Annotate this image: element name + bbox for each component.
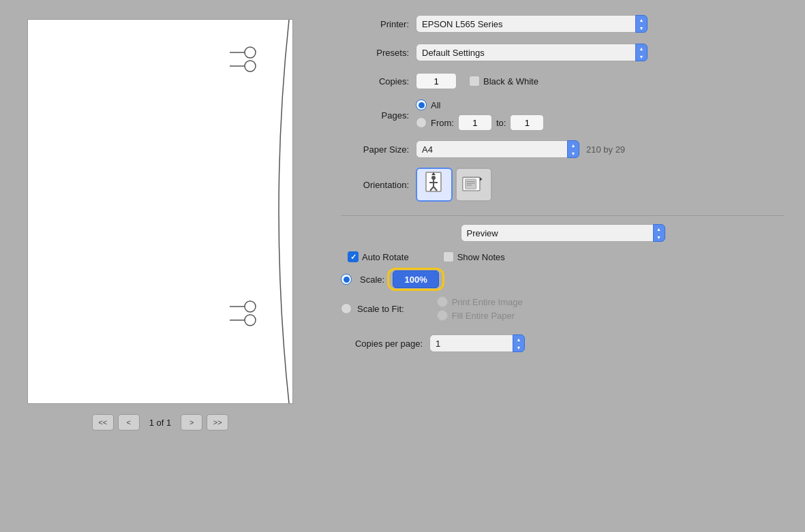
bw-checkbox[interactable] [469,76,480,87]
orientation-row: Orientation: [341,168,785,202]
left-panel: << < 1 of 1 > >> [0,0,320,532]
presets-stepper[interactable]: ▲ ▼ [635,44,648,61]
copies-per-page-row: Copies per page: 1 ▲ ▼ [341,334,785,352]
app-dropdown-wrapper: Preview ▲ ▼ [461,224,665,242]
scale-to-fit-radio[interactable] [341,303,352,314]
pages-from-label: From: [431,118,454,128]
page-preview [27,19,293,404]
svg-point-0 [245,47,256,58]
fill-paper-label: Fill Entire Paper [452,311,515,321]
pages-range-radio[interactable] [416,117,427,128]
printer-stepper-up[interactable]: ▲ [636,16,647,24]
copies-per-page-stepper[interactable]: ▲ ▼ [513,334,525,352]
app-dropdown-stepper[interactable]: ▲ ▼ [653,224,665,242]
pages-label: Pages: [341,110,416,121]
fill-paper-radio[interactable] [437,310,448,321]
orientation-group [416,168,492,202]
next-page-button[interactable]: > [181,414,202,431]
paper-size-stepper-down[interactable]: ▼ [568,149,579,157]
prev-page-button[interactable]: < [118,414,140,431]
copies-row: Copies: Black & White [341,71,785,91]
pages-to-input[interactable] [510,114,544,131]
paper-size-stepper-up[interactable]: ▲ [568,141,579,149]
bw-checkbox-label[interactable]: Black & White [469,76,538,87]
paper-size-select-wrapper: A4 ▲ ▼ [416,140,579,158]
pages-control: All From: to: [416,99,785,131]
scale-input-wrapper [393,270,439,288]
svg-point-4 [245,301,256,312]
printer-select[interactable]: EPSON L565 Series [416,15,635,33]
pages-row: Pages: All From: to: [341,99,785,131]
page-indicator: 1 of 1 [144,418,177,428]
presets-select[interactable]: Default Settings [416,44,635,61]
bw-label: Black & White [483,76,538,87]
paper-size-dimensions: 210 by 29 [586,144,625,155]
app-dropdown-stepper-down[interactable]: ▼ [654,233,665,241]
paper-size-select[interactable]: A4 [416,140,567,158]
printer-stepper[interactable]: ▲ ▼ [635,15,648,33]
right-bracket [262,20,292,403]
pages-all-option[interactable]: All [416,99,544,110]
printer-label: Printer: [341,19,416,29]
copies-control: Black & White [416,73,785,89]
auto-rotate-checkbox[interactable]: ✓ [348,251,359,262]
options-row1: ✓ Auto Rotate Show Notes [341,251,785,262]
first-page-button[interactable]: << [92,414,114,431]
nav-controls: << < 1 of 1 > >> [92,414,229,431]
presets-stepper-up[interactable]: ▲ [636,44,647,52]
auto-rotate-text: Auto Rotate [362,252,409,262]
scale-to-fit-label: Scale to Fit: [357,304,404,314]
corner-mark-top-right [230,40,264,81]
auto-rotate-label[interactable]: ✓ Auto Rotate [348,251,409,262]
print-entire-option[interactable]: Print Entire Image [437,296,523,307]
scale-to-fit-row: Scale to Fit: Print Entire Image Fill En… [341,296,785,321]
portrait-icon [423,172,446,198]
landscape-button[interactable] [455,168,492,202]
presets-row: Presets: Default Settings ▲ ▼ [341,42,785,63]
copies-per-page-stepper-up[interactable]: ▲ [513,335,524,343]
show-notes-label[interactable]: Show Notes [443,251,505,262]
svg-point-1 [245,61,256,72]
paper-size-wrapper: A4 ▲ ▼ 210 by 29 [416,140,785,158]
copies-per-page-label: Copies per page: [341,339,429,349]
app-dropdown[interactable]: Preview [461,224,653,242]
copies-input[interactable] [416,73,457,89]
scale-to-fit-options: Print Entire Image Fill Entire Paper [437,296,523,321]
scale-radio[interactable] [341,274,352,285]
pages-all-radio[interactable] [416,99,427,110]
svg-point-5 [245,315,256,326]
orientation-control [416,168,785,202]
copies-per-page-stepper-down[interactable]: ▼ [513,343,524,351]
printer-control: EPSON L565 Series ▲ ▼ [416,15,785,33]
pages-group: All From: to: [416,99,544,131]
landscape-icon [462,172,485,198]
scale-input[interactable] [393,270,439,288]
pages-range-row: From: to: [416,114,544,131]
paper-size-stepper[interactable]: ▲ ▼ [567,140,579,158]
copies-label: Copies: [341,76,416,87]
show-notes-checkbox[interactable] [443,251,454,262]
print-entire-radio[interactable] [437,296,448,307]
print-entire-label: Print Entire Image [452,297,523,307]
copies-per-page-select[interactable]: 1 [429,334,513,352]
scale-row: Scale: [341,270,785,288]
preview-container [20,14,300,409]
last-page-button[interactable]: >> [207,414,228,431]
right-panel: Printer: EPSON L565 Series ▲ ▼ Presets: … [320,0,805,532]
pages-from-input[interactable] [458,114,492,131]
paper-size-control: A4 ▲ ▼ 210 by 29 [416,140,785,158]
portrait-button[interactable] [416,168,453,202]
printer-select-wrapper: EPSON L565 Series ▲ ▼ [416,15,648,33]
pages-all-label: All [431,100,440,110]
section-divider [341,215,785,216]
corner-mark-bottom-right [230,294,264,335]
app-dropdown-stepper-up[interactable]: ▲ [654,225,665,233]
paper-size-row: Paper Size: A4 ▲ ▼ 210 by 29 [341,139,785,159]
copies-per-page-wrapper: 1 ▲ ▼ [429,334,525,352]
presets-label: Presets: [341,48,416,58]
presets-stepper-down[interactable]: ▼ [636,52,647,61]
fill-paper-option[interactable]: Fill Entire Paper [437,310,523,321]
printer-stepper-down[interactable]: ▼ [636,24,647,32]
pages-to-label: to: [496,118,506,128]
svg-rect-16 [465,179,476,189]
